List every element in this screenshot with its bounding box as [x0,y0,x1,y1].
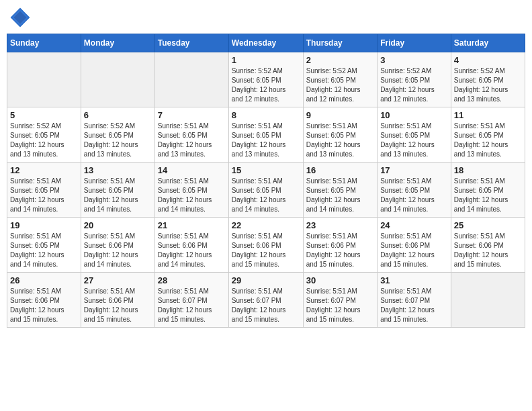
calendar-day-cell: 5Sunrise: 5:52 AM Sunset: 6:05 PM Daylig… [7,107,81,163]
day-number: 15 [232,165,300,175]
day-number: 5 [10,110,78,120]
day-number: 20 [84,220,152,230]
day-number: 13 [84,165,152,175]
calendar-day-cell: 20Sunrise: 5:51 AM Sunset: 6:06 PM Dayli… [81,218,154,273]
day-number: 14 [158,165,226,175]
day-info: Sunrise: 5:52 AM Sunset: 6:05 PM Dayligh… [454,66,522,104]
calendar-day-cell: 2Sunrise: 5:52 AM Sunset: 6:05 PM Daylig… [303,52,377,107]
calendar-day-cell: 25Sunrise: 5:51 AM Sunset: 6:06 PM Dayli… [451,218,525,273]
calendar-day-cell: 3Sunrise: 5:52 AM Sunset: 6:05 PM Daylig… [378,52,451,107]
day-info: Sunrise: 5:51 AM Sunset: 6:06 PM Dayligh… [10,287,78,324]
day-number: 22 [232,220,300,230]
day-info: Sunrise: 5:51 AM Sunset: 6:07 PM Dayligh… [306,287,374,324]
day-info: Sunrise: 5:51 AM Sunset: 6:06 PM Dayligh… [158,232,226,269]
calendar-day-cell: 26Sunrise: 5:51 AM Sunset: 6:06 PM Dayli… [7,273,81,328]
day-info: Sunrise: 5:52 AM Sunset: 6:05 PM Dayligh… [306,66,374,104]
day-number: 27 [84,275,152,285]
logo-icon [9,7,31,28]
calendar-day-cell: 9Sunrise: 5:51 AM Sunset: 6:05 PM Daylig… [303,107,377,163]
calendar-day-cell: 4Sunrise: 5:52 AM Sunset: 6:05 PM Daylig… [451,52,525,107]
calendar-day-cell: 13Sunrise: 5:51 AM Sunset: 6:05 PM Dayli… [81,163,154,218]
calendar-day-cell: 27Sunrise: 5:51 AM Sunset: 6:06 PM Dayli… [81,273,154,328]
calendar-day-cell: 6Sunrise: 5:52 AM Sunset: 6:05 PM Daylig… [81,107,154,163]
day-number: 30 [306,275,374,285]
day-info: Sunrise: 5:51 AM Sunset: 6:05 PM Dayligh… [380,122,448,159]
day-number: 16 [306,165,374,175]
calendar-weekday-header: Monday [81,34,154,52]
calendar-day-cell: 17Sunrise: 5:51 AM Sunset: 6:05 PM Dayli… [378,163,451,218]
day-info: Sunrise: 5:51 AM Sunset: 6:05 PM Dayligh… [158,122,226,159]
calendar-day-cell: 21Sunrise: 5:51 AM Sunset: 6:06 PM Dayli… [154,218,228,273]
day-info: Sunrise: 5:51 AM Sunset: 6:05 PM Dayligh… [454,122,522,159]
day-info: Sunrise: 5:52 AM Sunset: 6:05 PM Dayligh… [84,122,152,159]
calendar-week-row: 12Sunrise: 5:51 AM Sunset: 6:05 PM Dayli… [7,163,525,218]
day-number: 9 [306,110,374,120]
day-info: Sunrise: 5:51 AM Sunset: 6:05 PM Dayligh… [380,177,448,214]
calendar-day-cell: 28Sunrise: 5:51 AM Sunset: 6:07 PM Dayli… [154,273,228,328]
day-info: Sunrise: 5:51 AM Sunset: 6:05 PM Dayligh… [158,177,226,214]
calendar-day-cell: 1Sunrise: 5:52 AM Sunset: 6:05 PM Daylig… [228,52,303,107]
calendar-day-cell: 7Sunrise: 5:51 AM Sunset: 6:05 PM Daylig… [154,107,228,163]
day-info: Sunrise: 5:51 AM Sunset: 6:06 PM Dayligh… [232,232,300,269]
day-number: 6 [84,110,152,120]
day-number: 19 [10,220,78,230]
day-number: 8 [232,110,300,120]
day-number: 23 [306,220,374,230]
day-info: Sunrise: 5:52 AM Sunset: 6:05 PM Dayligh… [232,66,300,104]
calendar-day-cell: 19Sunrise: 5:51 AM Sunset: 6:05 PM Dayli… [7,218,81,273]
calendar-weekday-header: Tuesday [154,34,228,52]
day-number: 31 [380,275,448,285]
day-info: Sunrise: 5:51 AM Sunset: 6:05 PM Dayligh… [306,122,374,159]
calendar-day-cell: 12Sunrise: 5:51 AM Sunset: 6:05 PM Dayli… [7,163,81,218]
day-info: Sunrise: 5:51 AM Sunset: 6:05 PM Dayligh… [232,122,300,159]
calendar-day-cell: 8Sunrise: 5:51 AM Sunset: 6:05 PM Daylig… [228,107,303,163]
calendar-table: SundayMondayTuesdayWednesdayThursdayFrid… [7,34,525,328]
logo [9,7,34,28]
calendar-day-cell: 15Sunrise: 5:51 AM Sunset: 6:05 PM Dayli… [228,163,303,218]
calendar-day-cell [154,52,228,107]
day-number: 18 [454,165,522,175]
day-number: 29 [232,275,300,285]
calendar-day-cell [81,52,154,107]
calendar-week-row: 26Sunrise: 5:51 AM Sunset: 6:06 PM Dayli… [7,273,525,328]
page-header [7,7,525,28]
calendar-day-cell: 23Sunrise: 5:51 AM Sunset: 6:06 PM Dayli… [303,218,377,273]
day-info: Sunrise: 5:51 AM Sunset: 6:05 PM Dayligh… [454,177,522,214]
calendar-day-cell [451,273,525,328]
calendar-weekday-header: Sunday [7,34,81,52]
calendar-weekday-header: Wednesday [228,34,303,52]
day-number: 21 [158,220,226,230]
calendar-header-row: SundayMondayTuesdayWednesdayThursdayFrid… [7,34,525,52]
day-info: Sunrise: 5:52 AM Sunset: 6:05 PM Dayligh… [10,122,78,159]
day-number: 1 [232,55,300,65]
calendar-week-row: 19Sunrise: 5:51 AM Sunset: 6:05 PM Dayli… [7,218,525,273]
calendar-day-cell: 18Sunrise: 5:51 AM Sunset: 6:05 PM Dayli… [451,163,525,218]
day-number: 7 [158,110,226,120]
calendar-weekday-header: Thursday [303,34,377,52]
day-info: Sunrise: 5:51 AM Sunset: 6:05 PM Dayligh… [84,177,152,214]
calendar-day-cell: 11Sunrise: 5:51 AM Sunset: 6:05 PM Dayli… [451,107,525,163]
day-info: Sunrise: 5:51 AM Sunset: 6:07 PM Dayligh… [232,287,300,324]
day-number: 28 [158,275,226,285]
day-info: Sunrise: 5:51 AM Sunset: 6:06 PM Dayligh… [454,232,522,269]
day-info: Sunrise: 5:51 AM Sunset: 6:06 PM Dayligh… [84,232,152,269]
day-info: Sunrise: 5:51 AM Sunset: 6:05 PM Dayligh… [232,177,300,214]
day-info: Sunrise: 5:51 AM Sunset: 6:05 PM Dayligh… [306,177,374,214]
calendar-weekday-header: Friday [378,34,451,52]
day-number: 2 [306,55,374,65]
day-number: 3 [380,55,448,65]
day-info: Sunrise: 5:51 AM Sunset: 6:07 PM Dayligh… [158,287,226,324]
day-number: 12 [10,165,78,175]
day-info: Sunrise: 5:51 AM Sunset: 6:06 PM Dayligh… [380,232,448,269]
day-number: 4 [454,55,522,65]
calendar-day-cell: 10Sunrise: 5:51 AM Sunset: 6:05 PM Dayli… [378,107,451,163]
day-info: Sunrise: 5:51 AM Sunset: 6:05 PM Dayligh… [10,232,78,269]
day-number: 25 [454,220,522,230]
day-info: Sunrise: 5:51 AM Sunset: 6:05 PM Dayligh… [10,177,78,214]
day-number: 11 [454,110,522,120]
calendar-day-cell: 31Sunrise: 5:51 AM Sunset: 6:07 PM Dayli… [378,273,451,328]
day-number: 10 [380,110,448,120]
calendar-day-cell: 16Sunrise: 5:51 AM Sunset: 6:05 PM Dayli… [303,163,377,218]
calendar-week-row: 5Sunrise: 5:52 AM Sunset: 6:05 PM Daylig… [7,107,525,163]
calendar-day-cell: 30Sunrise: 5:51 AM Sunset: 6:07 PM Dayli… [303,273,377,328]
